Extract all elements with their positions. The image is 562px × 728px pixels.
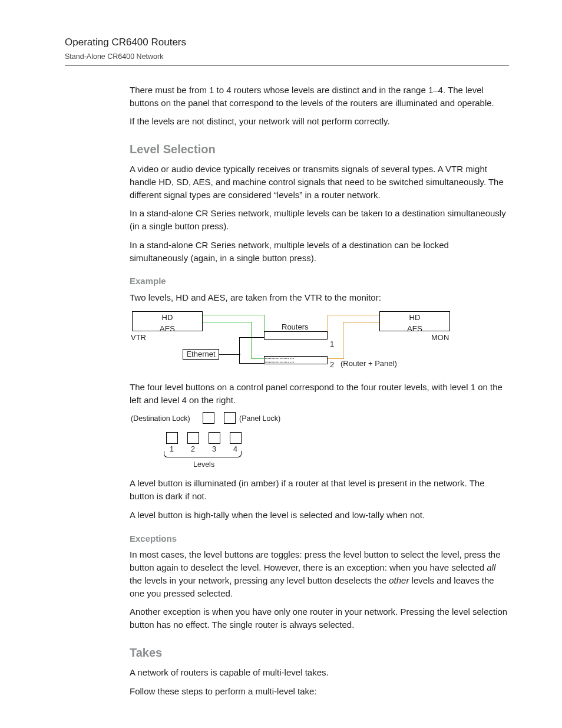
router-1-num: 1 [330, 339, 334, 350]
level-button-3 [209, 432, 220, 444]
level-selection-p2: In a stand-alone CR Series network, mult… [130, 207, 509, 233]
example-after-1: The four level buttons on a control pane… [130, 381, 509, 407]
takes-heading: Takes [130, 644, 509, 661]
router-panel-label: (Router + Panel) [340, 358, 397, 370]
level-button-1 [166, 432, 178, 444]
panel-lock-button [224, 412, 236, 424]
level-selection-heading: Level Selection [130, 141, 509, 158]
exceptions-heading: Exceptions [130, 532, 509, 545]
intro-paragraph-1: There must be from 1 to 4 routers whose … [130, 84, 509, 110]
example-after-2: A level button is illuminated (in amber)… [130, 477, 509, 503]
exceptions-p1b: the levels in your network, pressing any… [130, 575, 389, 585]
router-panel-buttons-icon: ▪▪▪▪▪▪▪▪▪▪▪▪▪▪▪▪▪▪ ▪▪▪▪▪▪▪▪▪▪▪▪▪▪▪▪▪▪▪▪▪… [265, 357, 326, 364]
levels-brace-icon [164, 451, 242, 457]
vtr-label: VTR [131, 332, 146, 344]
router-1-box [264, 331, 328, 340]
exceptions-p1: In most cases, the level buttons are tog… [130, 548, 509, 599]
vtr-box: HD AES [132, 311, 203, 331]
example-diagram-network: HD AES VTR HD AES MON Routers 1 ▪▪▪▪▪▪▪▪… [132, 310, 450, 375]
exceptions-p2: Another exception is when you have only … [130, 605, 509, 631]
intro-paragraph-2: If the levels are not distinct, your net… [130, 115, 509, 128]
router-2-num: 2 [330, 360, 334, 371]
example-diagram-panel-buttons: (Destination Lock) (Panel Lock) 1 2 3 4 … [138, 412, 315, 471]
mon-box: HD AES [379, 311, 450, 331]
level-selection-p1: A video or audio device typically receiv… [130, 163, 509, 201]
exceptions-p1a: In most cases, the level buttons are tog… [130, 549, 501, 572]
panel-lock-label: (Panel Lock) [239, 413, 280, 424]
level-selection-p3: In a stand-alone CR Series network, mult… [130, 239, 509, 265]
mon-label: MON [431, 332, 449, 344]
level-button-2 [187, 432, 199, 444]
takes-p1: A network of routers is capable of multi… [130, 666, 509, 679]
mon-hd: HD [380, 312, 449, 324]
header-rule [65, 65, 509, 66]
page-content: There must be from 1 to 4 routers whose … [130, 84, 509, 698]
example-after-3: A level button is high-tally when the le… [130, 509, 509, 522]
exceptions-em-other: other [389, 575, 409, 585]
level-button-4 [230, 432, 242, 444]
page-header-subtitle: Stand-Alone CR6400 Network [65, 51, 509, 62]
takes-p2: Follow these steps to perform a multi-le… [130, 685, 509, 698]
ethernet-box: Ethernet [183, 349, 219, 360]
destination-lock-label: (Destination Lock) [131, 413, 190, 424]
page-number: 110 [65, 726, 509, 728]
levels-label: Levels [193, 459, 214, 470]
exceptions-em-all: all [487, 562, 495, 572]
page-header-title: Operating CR6400 Routers [65, 35, 509, 50]
example-heading: Example [130, 275, 509, 288]
vtr-hd: HD [133, 312, 202, 324]
example-intro: Two levels, HD and AES, are taken from t… [130, 291, 509, 304]
destination-lock-button [203, 412, 214, 424]
